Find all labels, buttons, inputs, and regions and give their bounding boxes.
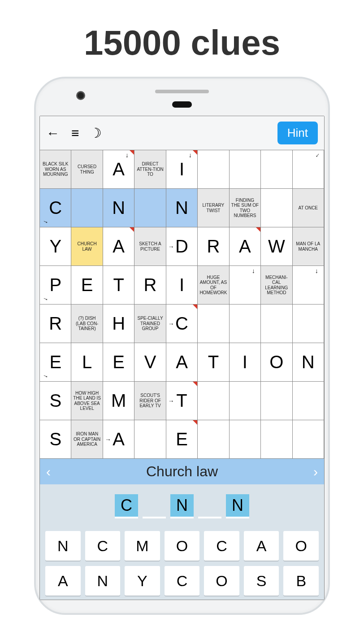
grid-cell[interactable]: A→: [103, 420, 134, 459]
grid-cell[interactable]: [198, 420, 229, 459]
next-clue-icon[interactable]: ›: [313, 464, 318, 479]
grid-cell[interactable]: [261, 305, 292, 343]
answer-slot[interactable]: [198, 494, 221, 518]
grid-cell[interactable]: R: [134, 266, 166, 305]
grid-cell[interactable]: [134, 189, 166, 227]
grid-cell[interactable]: [230, 150, 261, 189]
grid-cell[interactable]: S: [40, 382, 71, 420]
grid-cell[interactable]: C→: [166, 305, 198, 343]
letter-key[interactable]: Y: [125, 566, 160, 596]
grid-cell[interactable]: →: [230, 266, 261, 305]
grid-cell[interactable]: (?) DISH (LAB CON-TAINER): [71, 305, 103, 343]
grid-cell[interactable]: MECHANI-CAL LEARNING METHOD: [261, 266, 292, 305]
grid-cell[interactable]: N: [293, 343, 324, 382]
grid-cell[interactable]: [293, 305, 324, 343]
grid-cell[interactable]: Y: [40, 227, 71, 266]
grid-cell[interactable]: [293, 382, 324, 420]
grid-cell[interactable]: [261, 382, 292, 420]
grid-cell[interactable]: T: [103, 266, 134, 305]
grid-cell[interactable]: A: [230, 227, 261, 266]
grid-cell[interactable]: →: [293, 150, 324, 189]
grid-cell[interactable]: T: [198, 343, 229, 382]
grid-cell[interactable]: D→: [166, 227, 198, 266]
arrow-right-icon: →: [105, 436, 111, 443]
letter-key[interactable]: N: [85, 566, 121, 596]
grid-cell[interactable]: T→: [166, 382, 198, 420]
grid-cell[interactable]: [230, 382, 261, 420]
grid-cell[interactable]: CHURCH LAW: [71, 227, 103, 266]
grid-cell[interactable]: H: [103, 305, 134, 343]
grid-cell[interactable]: CURSED THING: [71, 150, 103, 189]
grid-cell[interactable]: [198, 382, 229, 420]
letter-key[interactable]: A: [244, 531, 279, 561]
grid-cell[interactable]: V: [134, 343, 166, 382]
grid-cell[interactable]: DIRECT ATTEN-TION TO: [134, 150, 166, 189]
letter-key[interactable]: N: [45, 531, 81, 561]
grid-cell[interactable]: E: [103, 343, 134, 382]
letter-key[interactable]: M: [125, 531, 160, 561]
grid-cell[interactable]: [230, 420, 261, 459]
grid-cell[interactable]: M: [103, 382, 134, 420]
grid-cell[interactable]: SKETCH A PICTURE: [134, 227, 166, 266]
letter-key[interactable]: C: [85, 531, 121, 561]
grid-cell[interactable]: A→: [103, 150, 134, 189]
grid-cell[interactable]: N: [103, 189, 134, 227]
grid-cell[interactable]: [134, 420, 166, 459]
grid-cell[interactable]: S: [40, 420, 71, 459]
grid-cell[interactable]: SPE-CIALLY TRAINED GROUP: [134, 305, 166, 343]
menu-icon[interactable]: ≡: [71, 126, 78, 141]
grid-cell[interactable]: R: [198, 227, 229, 266]
letter-key[interactable]: C: [204, 531, 239, 561]
grid-cell[interactable]: P→: [40, 266, 71, 305]
grid-cell[interactable]: E: [71, 266, 103, 305]
grid-cell[interactable]: [198, 150, 229, 189]
grid-cell[interactable]: FINDING THE SUM OF TWO NUMBERS: [230, 189, 261, 227]
grid-cell[interactable]: [230, 305, 261, 343]
grid-cell[interactable]: W: [261, 227, 292, 266]
grid-cell[interactable]: I: [166, 266, 198, 305]
hint-button[interactable]: Hint: [277, 122, 318, 144]
answer-slot[interactable]: N: [170, 494, 194, 518]
letter-key[interactable]: C: [165, 566, 200, 596]
grid-cell[interactable]: [261, 150, 292, 189]
letter-key[interactable]: O: [283, 531, 319, 561]
letter-key[interactable]: S: [244, 566, 279, 596]
grid-cell[interactable]: LITERARY TWIST: [198, 189, 229, 227]
grid-cell[interactable]: HUGE AMOUNT, AS OF HOMEWORK: [198, 266, 229, 305]
grid-cell[interactable]: A: [103, 227, 134, 266]
grid-cell[interactable]: L: [71, 343, 103, 382]
back-icon[interactable]: ←: [46, 126, 60, 141]
night-mode-icon[interactable]: ☽: [90, 125, 102, 141]
letter-key[interactable]: O: [204, 566, 239, 596]
grid-cell[interactable]: I→: [166, 150, 198, 189]
grid-cell[interactable]: A: [166, 343, 198, 382]
prev-clue-icon[interactable]: ‹: [46, 464, 51, 479]
grid-cell[interactable]: MAN OF LA MANCHA: [293, 227, 324, 266]
grid-cell[interactable]: O: [261, 343, 292, 382]
letter-key[interactable]: A: [45, 566, 81, 596]
grid-cell[interactable]: [71, 189, 103, 227]
grid-cell[interactable]: [261, 189, 292, 227]
grid-cell[interactable]: →: [293, 266, 324, 305]
grid-cell[interactable]: C→: [40, 189, 71, 227]
grid-cell[interactable]: SCOUT'S RIDER OF EARLY TV: [134, 382, 166, 420]
grid-cell[interactable]: E→: [40, 343, 71, 382]
answer-slot[interactable]: [143, 494, 166, 518]
grid-cell[interactable]: BLACK SILK WORN AS MOURNING: [40, 150, 71, 189]
grid-cell[interactable]: [198, 305, 229, 343]
arrow-right-icon: →: [168, 243, 174, 250]
grid-cell[interactable]: [293, 420, 324, 459]
grid-cell[interactable]: HOW HIGH THE LAND IS ABOVE SEA LEVEL: [71, 382, 103, 420]
grid-cell[interactable]: I: [230, 343, 261, 382]
answer-slot[interactable]: C: [115, 494, 138, 518]
crossword-grid[interactable]: BLACK SILK WORN AS MOURNINGCURSED THINGA…: [40, 150, 324, 459]
grid-cell[interactable]: E: [166, 420, 198, 459]
grid-cell[interactable]: IRON MAN OR CAPTAIN AMERICA: [71, 420, 103, 459]
grid-cell[interactable]: N: [166, 189, 198, 227]
letter-key[interactable]: B: [283, 566, 319, 596]
grid-cell[interactable]: AT ONCE: [293, 189, 324, 227]
grid-cell[interactable]: R: [40, 305, 71, 343]
grid-cell[interactable]: [261, 420, 292, 459]
answer-slot[interactable]: N: [226, 494, 249, 518]
letter-key[interactable]: O: [165, 531, 200, 561]
